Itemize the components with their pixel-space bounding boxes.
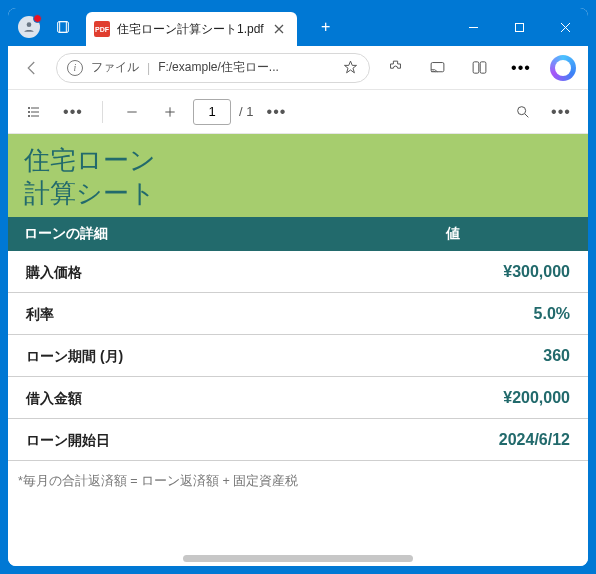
maximize-button[interactable] <box>496 8 542 46</box>
url-separator: | <box>147 61 150 75</box>
minimize-button[interactable] <box>450 8 496 46</box>
pdf-page: 住宅ローン 計算シート ローンの詳細 値 購入価格¥300,000利率5.0%ロ… <box>8 134 588 502</box>
svg-point-9 <box>28 115 29 116</box>
doc-title-line2: 計算シート <box>24 177 572 210</box>
address-bar-row: i ファイル | F:/example/住宅ロー... ••• <box>8 46 588 90</box>
pdf-viewer[interactable]: 住宅ローン 計算シート ローンの詳細 値 購入価格¥300,000利率5.0%ロ… <box>8 134 588 566</box>
row-value: ¥200,000 <box>298 389 570 407</box>
zoom-out-button[interactable] <box>117 97 147 127</box>
row-label: 利率 <box>26 306 298 324</box>
doc-title-block: 住宅ローン 計算シート <box>8 134 588 217</box>
tab-close-button[interactable] <box>271 21 287 37</box>
svg-rect-4 <box>431 63 444 72</box>
page-more-button[interactable]: ••• <box>261 97 291 127</box>
close-button[interactable] <box>542 8 588 46</box>
find-button[interactable] <box>508 97 538 127</box>
url-scheme: ファイル <box>91 59 139 76</box>
back-button[interactable] <box>16 52 48 84</box>
table-row: ローン期間 (月)360 <box>8 335 588 377</box>
pdf-more-button[interactable]: ••• <box>546 97 576 127</box>
site-info-icon[interactable]: i <box>67 60 83 76</box>
toc-more-button[interactable]: ••• <box>58 97 88 127</box>
table-header: ローンの詳細 値 <box>8 217 588 251</box>
cast-button[interactable] <box>420 52 454 84</box>
row-value: 2024/6/12 <box>298 431 570 449</box>
copilot-button[interactable] <box>546 52 580 84</box>
svg-point-10 <box>518 106 526 114</box>
row-label: ローン期間 (月) <box>26 348 298 366</box>
toc-button[interactable] <box>20 97 50 127</box>
svg-point-8 <box>28 111 29 112</box>
more-button[interactable]: ••• <box>504 52 538 84</box>
svg-point-7 <box>28 107 29 108</box>
row-value: 5.0% <box>298 305 570 323</box>
table-row: ローン開始日2024/6/12 <box>8 419 588 461</box>
workspaces-button[interactable] <box>52 16 74 38</box>
row-label: 借入金額 <box>26 390 298 408</box>
window-controls <box>450 8 588 46</box>
browser-window: PDF 住宅ローン計算シート1.pdf + i ファイル | F:/exampl… <box>8 8 588 566</box>
url-path: F:/example/住宅ロー... <box>158 59 334 76</box>
page-number-input[interactable] <box>193 99 231 125</box>
footnote: *毎月の合計返済額 = ローン返済額 + 固定資産税 <box>8 461 588 502</box>
table-row: 利率5.0% <box>8 293 588 335</box>
svg-rect-2 <box>60 22 67 33</box>
split-screen-button[interactable] <box>462 52 496 84</box>
zoom-in-button[interactable] <box>155 97 185 127</box>
table-header-col1: ローンの詳細 <box>24 225 334 243</box>
svg-rect-6 <box>480 62 486 73</box>
pdf-icon: PDF <box>94 21 110 37</box>
table-row: 購入価格¥300,000 <box>8 251 588 293</box>
extensions-button[interactable] <box>378 52 412 84</box>
browser-tab[interactable]: PDF 住宅ローン計算シート1.pdf <box>86 12 297 46</box>
doc-title-line1: 住宅ローン <box>24 144 572 177</box>
new-tab-button[interactable]: + <box>309 18 343 36</box>
table-header-col2: 値 <box>334 225 572 243</box>
titlebar: PDF 住宅ローン計算シート1.pdf + <box>8 8 588 46</box>
table-row: 借入金額¥200,000 <box>8 377 588 419</box>
row-label: 購入価格 <box>26 264 298 282</box>
profile-button[interactable] <box>18 16 40 38</box>
page-total: / 1 <box>239 104 253 119</box>
horizontal-scrollbar[interactable] <box>183 555 413 562</box>
svg-rect-3 <box>515 23 523 31</box>
address-bar[interactable]: i ファイル | F:/example/住宅ロー... <box>56 53 370 83</box>
row-label: ローン開始日 <box>26 432 298 450</box>
svg-point-0 <box>27 22 32 27</box>
favorite-icon[interactable] <box>342 59 359 76</box>
table-body: 購入価格¥300,000利率5.0%ローン期間 (月)360借入金額¥200,0… <box>8 251 588 461</box>
tab-title: 住宅ローン計算シート1.pdf <box>117 21 264 38</box>
pdf-toolbar: ••• / 1 ••• ••• <box>8 90 588 134</box>
row-value: ¥300,000 <box>298 263 570 281</box>
svg-rect-5 <box>473 62 479 73</box>
row-value: 360 <box>298 347 570 365</box>
